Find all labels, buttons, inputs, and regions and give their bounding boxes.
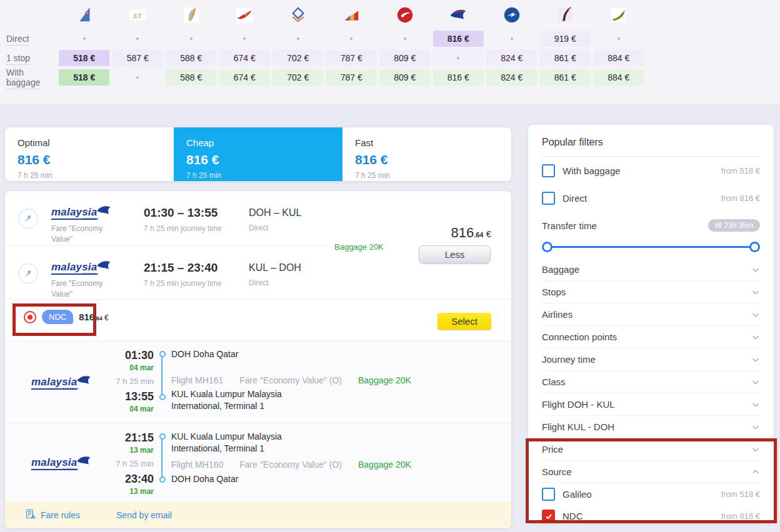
timeline-dot bbox=[159, 394, 166, 400]
price-cell[interactable]: 518 € bbox=[59, 69, 109, 86]
price-cell[interactable]: 816 € bbox=[433, 31, 484, 47]
slider-track bbox=[546, 246, 756, 248]
price-whole: 816 bbox=[79, 312, 94, 322]
price-cell[interactable]: 588 € bbox=[166, 50, 216, 66]
price-cell[interactable]: 587 € bbox=[112, 50, 163, 66]
leg-times: 21:15 – 23:40 bbox=[144, 261, 249, 275]
price-cell[interactable]: 861 € bbox=[540, 69, 591, 86]
blue-lattice-bird-logo[interactable] bbox=[289, 6, 308, 24]
leg-journey-time: 7 h 25 min journey time bbox=[144, 224, 249, 233]
price-cell[interactable]: 702 € bbox=[272, 50, 323, 66]
departure-airport: DOH Doha Qatar bbox=[171, 348, 328, 360]
price-cell[interactable]: 861 € bbox=[540, 50, 591, 66]
filter-source-galileo[interactable]: Galileo from 518 € bbox=[542, 483, 760, 505]
empty-price-dot bbox=[219, 31, 270, 47]
price-cell[interactable]: 674 € bbox=[219, 50, 270, 66]
arrival-time: 23:40 bbox=[105, 473, 154, 486]
transfer-time-label: Transfer time bbox=[542, 220, 597, 231]
price-cell[interactable]: 919 € bbox=[540, 31, 591, 47]
filter-from-price: from 518 € bbox=[721, 166, 760, 175]
et-gold-logo[interactable]: ET bbox=[128, 6, 147, 24]
price-cell[interactable]: 816 € bbox=[433, 69, 484, 86]
matrix-logo-cell bbox=[592, 1, 646, 29]
chevron-down-icon bbox=[751, 378, 760, 387]
chevron-down-icon bbox=[751, 265, 760, 274]
price-cell[interactable]: 824 € bbox=[486, 69, 537, 86]
slider-handle-left[interactable] bbox=[542, 242, 552, 252]
china-southern-logo[interactable] bbox=[75, 6, 94, 24]
timeline-line bbox=[161, 355, 162, 397]
filter-section-baggage[interactable]: Baggage bbox=[542, 259, 760, 281]
segment-meta: Flight MH160 Fare "Economy Value" (O) Ba… bbox=[171, 460, 411, 470]
fare-rules-link[interactable]: Fare rules bbox=[25, 508, 80, 521]
flight-leg-return: malaysia airlines Fare "Economy Value" 2… bbox=[5, 245, 336, 300]
filter-section-connection-points[interactable]: Connection points bbox=[542, 326, 760, 348]
gold-wing-logo[interactable] bbox=[182, 6, 201, 24]
checkbox-checked-icon[interactable] bbox=[542, 510, 555, 523]
transfer-time-slider[interactable] bbox=[543, 242, 759, 252]
filter-section-flight-doh-kul[interactable]: Flight DOH - KUL bbox=[542, 393, 760, 416]
radio-dot bbox=[28, 315, 32, 320]
price-cell[interactable]: 824 € bbox=[486, 50, 537, 66]
malaysia-kite-logo[interactable] bbox=[449, 6, 468, 24]
leg-times: 01:30 – 13:55 bbox=[144, 206, 249, 220]
qatar-oryx-logo[interactable] bbox=[556, 6, 574, 24]
checkbox-unchecked-icon[interactable] bbox=[542, 164, 555, 177]
less-button[interactable]: Less bbox=[419, 245, 491, 264]
chevron-down-icon bbox=[751, 423, 760, 431]
malaysia-airlines-logo: malaysia airlines bbox=[51, 261, 111, 273]
pin-icon[interactable] bbox=[18, 264, 38, 283]
price-cell[interactable]: 588 € bbox=[166, 69, 216, 86]
tab-cheap[interactable]: Cheap 816 € 7 h 25 min bbox=[174, 127, 342, 181]
price-cell[interactable]: 809 € bbox=[379, 50, 430, 66]
segment-times: 01:30 04 mar 7 h 25 min 13:55 04 mar bbox=[105, 341, 154, 423]
source-section-label: Source bbox=[542, 466, 572, 477]
price-cell[interactable]: 518 € bbox=[59, 50, 109, 66]
slider-handle-right[interactable] bbox=[749, 242, 760, 252]
blue-circle-bird-logo[interactable] bbox=[502, 6, 521, 24]
price-cell[interactable]: 674 € bbox=[219, 69, 270, 86]
chevron-down-icon bbox=[751, 310, 760, 319]
price-cell[interactable]: 884 € bbox=[593, 50, 644, 66]
tab-fast[interactable]: Fast 816 € 7 h 25 min bbox=[342, 127, 511, 181]
price-cell[interactable]: 809 € bbox=[379, 69, 430, 86]
filter-section-source[interactable]: Source bbox=[542, 461, 760, 483]
offer-radio-selected[interactable] bbox=[24, 311, 36, 323]
card-footer: Fare rules Send by email bbox=[5, 502, 511, 528]
send-by-email-link[interactable]: Send by email bbox=[116, 510, 172, 520]
departure-time: 21:15 bbox=[105, 431, 154, 445]
pin-icon[interactable] bbox=[18, 209, 38, 229]
source-option-label: Galileo bbox=[562, 489, 714, 500]
filter-section-airlines[interactable]: Airlines bbox=[542, 303, 760, 326]
baggage-allowance: Baggage 20K bbox=[334, 242, 384, 252]
tricolor-sail-logo[interactable] bbox=[342, 6, 361, 24]
filter-direct[interactable]: Direct from 816 € bbox=[542, 184, 760, 212]
turkish-airlines-logo[interactable] bbox=[396, 6, 414, 24]
filter-with-baggage[interactable]: With baggage from 518 € bbox=[542, 157, 760, 184]
checkbox-unchecked-icon[interactable] bbox=[542, 192, 555, 205]
filter-section-class[interactable]: Class bbox=[542, 371, 760, 393]
select-button[interactable]: Select bbox=[438, 313, 491, 330]
filter-section-price[interactable]: Price bbox=[542, 438, 760, 461]
price-cell[interactable]: 787 € bbox=[326, 69, 377, 86]
filters-panel: Popular filters With baggage from 518 € … bbox=[528, 125, 774, 523]
price-cell[interactable]: 787 € bbox=[326, 50, 377, 66]
checkbox-unchecked-icon[interactable] bbox=[542, 488, 555, 501]
srilankan-bird-logo[interactable] bbox=[609, 6, 628, 24]
price-currency: € bbox=[102, 313, 109, 322]
price-matrix: ET Direct816 €919 € 1 stop518 €587 €588 … bbox=[0, 1, 646, 87]
price-cell[interactable]: 884 € bbox=[593, 69, 644, 86]
filter-section-stops[interactable]: Stops bbox=[542, 281, 760, 303]
filter-section-flight-kul-doh[interactable]: Flight KUL - DOH bbox=[542, 416, 760, 438]
matrix-row-1stop: 1 stop518 €587 €588 €674 €702 €787 €809 … bbox=[0, 48, 646, 67]
tab-duration: 7 h 25 min bbox=[186, 171, 330, 180]
tab-optimal[interactable]: Optimal 816 € 7 h 25 min bbox=[5, 127, 174, 181]
ndc-offer-row: NDC 816.64 € bbox=[24, 310, 109, 324]
offer-price: 816.64 € bbox=[79, 312, 109, 323]
price-cell[interactable]: 702 € bbox=[272, 69, 323, 86]
airline-wordmark-sub: airlines bbox=[62, 467, 79, 471]
filter-section-journey-time[interactable]: Journey time bbox=[542, 348, 760, 371]
filter-source-ndc[interactable]: NDC from 816 € bbox=[542, 505, 760, 527]
route-column: KUL – DOH Direct bbox=[249, 261, 336, 300]
red-bird-logo[interactable] bbox=[235, 6, 254, 24]
